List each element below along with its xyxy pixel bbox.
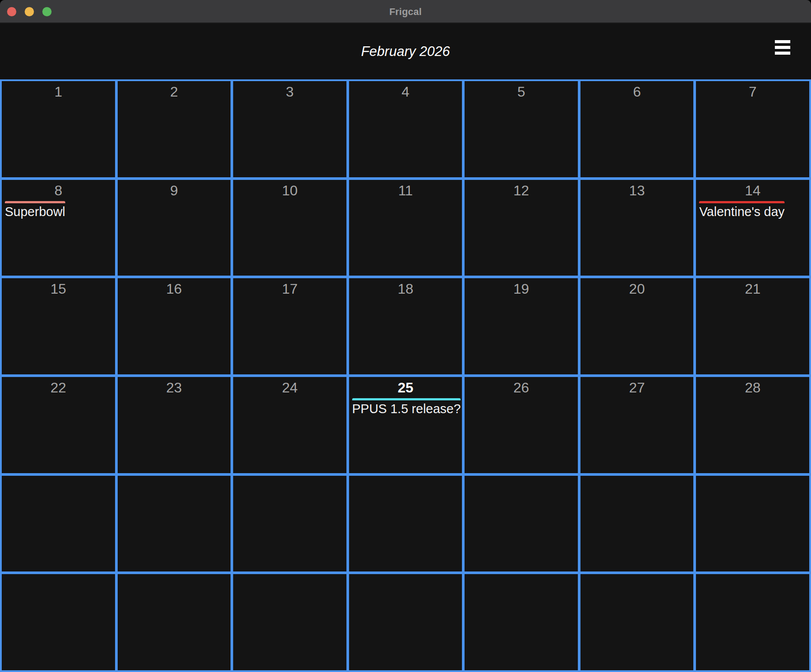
- calendar-header: February 2026: [0, 23, 811, 79]
- calendar-cell[interactable]: 4: [349, 81, 462, 177]
- day-number: 17: [236, 281, 343, 297]
- event-item[interactable]: PPUS 1.5 release?: [352, 398, 461, 416]
- calendar-cell[interactable]: 28: [696, 377, 809, 473]
- calendar-cell[interactable]: [2, 476, 115, 572]
- day-number: 11: [352, 183, 459, 198]
- day-number: 24: [236, 380, 343, 396]
- close-button[interactable]: [7, 7, 16, 16]
- day-number: 12: [468, 183, 575, 198]
- day-number: 18: [352, 281, 459, 297]
- calendar-cell[interactable]: 25PPUS 1.5 release?: [349, 377, 462, 473]
- day-number: 14: [699, 183, 806, 198]
- calendar-cell[interactable]: 10: [233, 180, 346, 276]
- day-number: 26: [468, 380, 575, 396]
- calendar-cell[interactable]: 7: [696, 81, 809, 177]
- calendar-cell[interactable]: [233, 574, 346, 670]
- hamburger-icon: [775, 40, 790, 55]
- day-number: 7: [699, 84, 806, 100]
- calendar-cell[interactable]: 22: [2, 377, 115, 473]
- calendar-cell[interactable]: [580, 476, 694, 572]
- calendar-cell[interactable]: 23: [118, 377, 231, 473]
- calendar-cell[interactable]: [349, 574, 462, 670]
- calendar-cell[interactable]: [696, 574, 809, 670]
- event-item[interactable]: Superbowl: [5, 201, 65, 219]
- day-number: 23: [121, 380, 228, 396]
- calendar-cell[interactable]: 16: [118, 278, 231, 374]
- calendar-cell[interactable]: 26: [465, 377, 578, 473]
- calendar-cell[interactable]: 17: [233, 278, 346, 374]
- calendar-cell[interactable]: 20: [580, 278, 694, 374]
- month-title: February 2026: [361, 44, 450, 60]
- day-number: 22: [5, 380, 112, 396]
- calendar-cell[interactable]: 8Superbowl: [2, 180, 115, 276]
- day-number-today: 25: [352, 380, 459, 396]
- calendar-cell[interactable]: 15: [2, 278, 115, 374]
- titlebar: Frigcal: [0, 0, 811, 23]
- day-number: 1: [5, 84, 112, 100]
- day-number: 19: [468, 281, 575, 297]
- day-number: 27: [584, 380, 691, 396]
- calendar-cell[interactable]: [233, 476, 346, 572]
- day-number: 3: [236, 84, 343, 100]
- menu-button[interactable]: [775, 40, 790, 54]
- day-number: 20: [584, 281, 691, 297]
- calendar-cell[interactable]: 3: [233, 81, 346, 177]
- traffic-lights: [7, 0, 52, 23]
- day-number: 16: [121, 281, 228, 297]
- calendar-cell[interactable]: 11: [349, 180, 462, 276]
- app-window: Frigcal February 2026 12345678Superbowl9…: [0, 0, 811, 672]
- calendar-cell[interactable]: 6: [580, 81, 694, 177]
- calendar-cell[interactable]: [465, 574, 578, 670]
- event-item[interactable]: Valentine's day: [699, 201, 785, 219]
- calendar-cell[interactable]: 13: [580, 180, 694, 276]
- day-number: 5: [468, 84, 575, 100]
- day-number: 13: [584, 183, 691, 198]
- day-number: 8: [5, 183, 112, 198]
- calendar-cell[interactable]: 2: [118, 81, 231, 177]
- calendar-cell[interactable]: [118, 574, 231, 670]
- calendar-cell[interactable]: 1: [2, 81, 115, 177]
- calendar-cell[interactable]: 5: [465, 81, 578, 177]
- day-number: 15: [5, 281, 112, 297]
- calendar-cell[interactable]: 18: [349, 278, 462, 374]
- calendar-cell[interactable]: [465, 476, 578, 572]
- calendar-cell[interactable]: 9: [118, 180, 231, 276]
- calendar-cell[interactable]: 19: [465, 278, 578, 374]
- day-number: 6: [584, 84, 691, 100]
- window-title: Frigcal: [389, 6, 422, 18]
- day-number: 4: [352, 84, 459, 100]
- calendar-cell[interactable]: [118, 476, 231, 572]
- day-number: 9: [121, 183, 228, 198]
- day-number: 10: [236, 183, 343, 198]
- day-number: 21: [699, 281, 806, 297]
- calendar-cell[interactable]: 14Valentine's day: [696, 180, 809, 276]
- calendar-cell[interactable]: 27: [580, 377, 694, 473]
- calendar-cell[interactable]: [580, 574, 694, 670]
- calendar-cell[interactable]: 12: [465, 180, 578, 276]
- zoom-button[interactable]: [42, 7, 52, 16]
- calendar-cell[interactable]: 24: [233, 377, 346, 473]
- calendar-grid: 12345678Superbowl91011121314Valentine's …: [0, 79, 811, 672]
- calendar-cell[interactable]: [2, 574, 115, 670]
- day-number: 28: [699, 380, 806, 396]
- calendar-cell[interactable]: 21: [696, 278, 809, 374]
- minimize-button[interactable]: [25, 7, 34, 16]
- day-number: 2: [121, 84, 228, 100]
- calendar-cell[interactable]: [349, 476, 462, 572]
- calendar-cell[interactable]: [696, 476, 809, 572]
